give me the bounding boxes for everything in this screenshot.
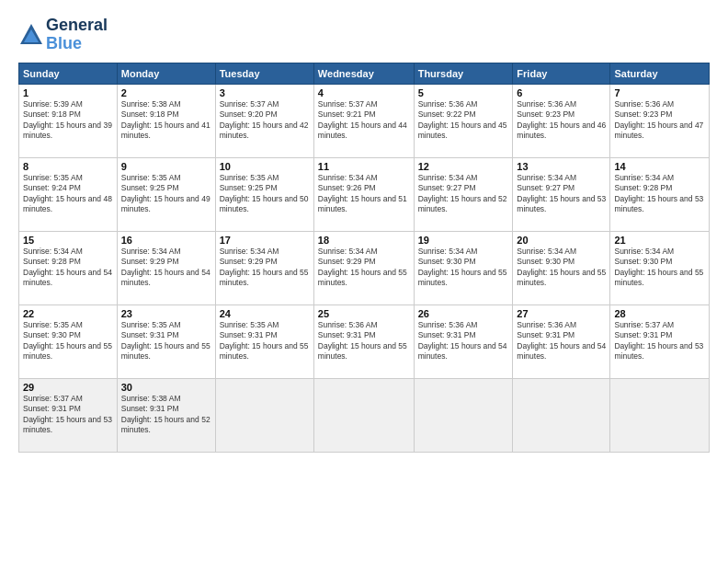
calendar-cell: 8Sunrise: 5:35 AM Sunset: 9:24 PM Daylig… xyxy=(19,157,118,231)
calendar-cell: 25Sunrise: 5:36 AM Sunset: 9:31 PM Dayli… xyxy=(313,304,414,378)
calendar-cell: 10Sunrise: 5:35 AM Sunset: 9:25 PM Dayli… xyxy=(215,157,313,231)
calendar-cell: 26Sunrise: 5:36 AM Sunset: 9:31 PM Dayli… xyxy=(414,304,513,378)
day-number: 7 xyxy=(614,87,705,98)
day-number: 8 xyxy=(23,161,113,172)
day-number: 15 xyxy=(23,235,113,246)
calendar-cell: 2Sunrise: 5:38 AM Sunset: 9:18 PM Daylig… xyxy=(117,84,215,157)
day-info: Sunrise: 5:37 AM Sunset: 9:20 PM Dayligh… xyxy=(220,99,310,142)
calendar-cell: 22Sunrise: 5:35 AM Sunset: 9:30 PM Dayli… xyxy=(19,304,118,378)
day-info: Sunrise: 5:38 AM Sunset: 9:18 PM Dayligh… xyxy=(121,99,211,142)
day-number: 22 xyxy=(23,308,113,319)
day-number: 12 xyxy=(418,161,509,172)
day-info: Sunrise: 5:36 AM Sunset: 9:23 PM Dayligh… xyxy=(614,99,705,142)
day-number: 21 xyxy=(614,235,705,246)
calendar-cell: 17Sunrise: 5:34 AM Sunset: 9:29 PM Dayli… xyxy=(215,231,313,304)
day-number: 3 xyxy=(220,87,310,98)
day-info: Sunrise: 5:36 AM Sunset: 9:31 PM Dayligh… xyxy=(517,320,606,362)
weekday-header-thursday: Thursday xyxy=(414,63,513,84)
day-number: 26 xyxy=(418,308,509,319)
calendar-cell xyxy=(313,378,414,452)
day-info: Sunrise: 5:35 AM Sunset: 9:25 PM Dayligh… xyxy=(220,173,310,215)
weekday-header-wednesday: Wednesday xyxy=(313,63,414,84)
day-info: Sunrise: 5:36 AM Sunset: 9:22 PM Dayligh… xyxy=(418,99,509,142)
day-info: Sunrise: 5:35 AM Sunset: 9:31 PM Dayligh… xyxy=(121,320,211,362)
day-info: Sunrise: 5:34 AM Sunset: 9:29 PM Dayligh… xyxy=(220,247,310,289)
weekday-header-tuesday: Tuesday xyxy=(215,63,313,84)
day-info: Sunrise: 5:35 AM Sunset: 9:30 PM Dayligh… xyxy=(23,320,113,362)
day-number: 25 xyxy=(318,308,410,319)
day-number: 28 xyxy=(614,308,705,319)
day-number: 11 xyxy=(318,161,410,172)
calendar-cell: 13Sunrise: 5:34 AM Sunset: 9:27 PM Dayli… xyxy=(513,157,610,231)
day-number: 18 xyxy=(318,235,410,246)
calendar-cell: 30Sunrise: 5:38 AM Sunset: 9:31 PM Dayli… xyxy=(117,378,215,452)
day-info: Sunrise: 5:38 AM Sunset: 9:31 PM Dayligh… xyxy=(121,394,211,436)
calendar-week-1: 1Sunrise: 5:39 AM Sunset: 9:18 PM Daylig… xyxy=(19,84,710,157)
calendar-cell: 9Sunrise: 5:35 AM Sunset: 9:25 PM Daylig… xyxy=(117,157,215,231)
header: General Blue xyxy=(18,17,710,53)
day-info: Sunrise: 5:34 AM Sunset: 9:26 PM Dayligh… xyxy=(318,173,410,215)
day-info: Sunrise: 5:34 AM Sunset: 9:27 PM Dayligh… xyxy=(418,173,509,215)
day-number: 23 xyxy=(121,308,211,319)
day-info: Sunrise: 5:34 AM Sunset: 9:29 PM Dayligh… xyxy=(318,247,410,289)
calendar-cell: 20Sunrise: 5:34 AM Sunset: 9:30 PM Dayli… xyxy=(513,231,610,304)
logo-icon xyxy=(18,22,44,48)
calendar-week-2: 8Sunrise: 5:35 AM Sunset: 9:24 PM Daylig… xyxy=(19,157,710,231)
day-info: Sunrise: 5:34 AM Sunset: 9:28 PM Dayligh… xyxy=(614,173,705,215)
calendar-cell: 18Sunrise: 5:34 AM Sunset: 9:29 PM Dayli… xyxy=(313,231,414,304)
calendar-cell xyxy=(414,378,513,452)
day-number: 4 xyxy=(318,87,410,98)
weekday-header-friday: Friday xyxy=(513,63,610,84)
day-number: 14 xyxy=(614,161,705,172)
day-number: 10 xyxy=(220,161,310,172)
calendar-week-4: 22Sunrise: 5:35 AM Sunset: 9:30 PM Dayli… xyxy=(19,304,710,378)
calendar-cell xyxy=(610,378,710,452)
day-number: 6 xyxy=(517,87,606,98)
calendar-cell: 7Sunrise: 5:36 AM Sunset: 9:23 PM Daylig… xyxy=(610,84,710,157)
day-number: 29 xyxy=(23,382,113,393)
calendar-cell: 16Sunrise: 5:34 AM Sunset: 9:29 PM Dayli… xyxy=(117,231,215,304)
day-info: Sunrise: 5:39 AM Sunset: 9:18 PM Dayligh… xyxy=(23,99,113,142)
calendar-cell: 3Sunrise: 5:37 AM Sunset: 9:20 PM Daylig… xyxy=(215,84,313,157)
day-number: 17 xyxy=(220,235,310,246)
day-number: 5 xyxy=(418,87,509,98)
calendar-cell: 27Sunrise: 5:36 AM Sunset: 9:31 PM Dayli… xyxy=(513,304,610,378)
day-number: 2 xyxy=(121,87,211,98)
calendar-week-5: 29Sunrise: 5:37 AM Sunset: 9:31 PM Dayli… xyxy=(19,378,710,452)
calendar-cell: 15Sunrise: 5:34 AM Sunset: 9:28 PM Dayli… xyxy=(19,231,118,304)
day-info: Sunrise: 5:35 AM Sunset: 9:25 PM Dayligh… xyxy=(121,173,211,215)
weekday-header-sunday: Sunday xyxy=(19,63,118,84)
calendar-cell: 11Sunrise: 5:34 AM Sunset: 9:26 PM Dayli… xyxy=(313,157,414,231)
day-info: Sunrise: 5:34 AM Sunset: 9:30 PM Dayligh… xyxy=(418,247,509,289)
day-info: Sunrise: 5:36 AM Sunset: 9:23 PM Dayligh… xyxy=(517,99,606,142)
day-number: 27 xyxy=(517,308,606,319)
day-number: 16 xyxy=(121,235,211,246)
calendar-cell xyxy=(513,378,610,452)
calendar-cell: 28Sunrise: 5:37 AM Sunset: 9:31 PM Dayli… xyxy=(610,304,710,378)
day-info: Sunrise: 5:37 AM Sunset: 9:21 PM Dayligh… xyxy=(318,99,410,142)
calendar-cell: 6Sunrise: 5:36 AM Sunset: 9:23 PM Daylig… xyxy=(513,84,610,157)
day-number: 30 xyxy=(121,382,211,393)
logo-text: General Blue xyxy=(46,17,108,53)
day-info: Sunrise: 5:35 AM Sunset: 9:24 PM Dayligh… xyxy=(23,173,113,215)
calendar-cell xyxy=(215,378,313,452)
day-info: Sunrise: 5:37 AM Sunset: 9:31 PM Dayligh… xyxy=(614,320,705,362)
day-number: 24 xyxy=(220,308,310,319)
day-info: Sunrise: 5:34 AM Sunset: 9:29 PM Dayligh… xyxy=(121,247,211,289)
calendar-week-3: 15Sunrise: 5:34 AM Sunset: 9:28 PM Dayli… xyxy=(19,231,710,304)
calendar-cell: 19Sunrise: 5:34 AM Sunset: 9:30 PM Dayli… xyxy=(414,231,513,304)
day-info: Sunrise: 5:35 AM Sunset: 9:31 PM Dayligh… xyxy=(220,320,310,362)
day-number: 1 xyxy=(23,87,113,98)
day-info: Sunrise: 5:34 AM Sunset: 9:28 PM Dayligh… xyxy=(23,247,113,289)
day-info: Sunrise: 5:36 AM Sunset: 9:31 PM Dayligh… xyxy=(318,320,410,362)
calendar-cell: 23Sunrise: 5:35 AM Sunset: 9:31 PM Dayli… xyxy=(117,304,215,378)
calendar-cell: 29Sunrise: 5:37 AM Sunset: 9:31 PM Dayli… xyxy=(19,378,118,452)
day-number: 9 xyxy=(121,161,211,172)
day-info: Sunrise: 5:36 AM Sunset: 9:31 PM Dayligh… xyxy=(418,320,509,362)
calendar-table: SundayMondayTuesdayWednesdayThursdayFrid… xyxy=(18,63,710,453)
day-number: 13 xyxy=(517,161,606,172)
day-info: Sunrise: 5:34 AM Sunset: 9:30 PM Dayligh… xyxy=(517,247,606,289)
calendar-cell: 14Sunrise: 5:34 AM Sunset: 9:28 PM Dayli… xyxy=(610,157,710,231)
calendar-cell: 24Sunrise: 5:35 AM Sunset: 9:31 PM Dayli… xyxy=(215,304,313,378)
calendar-cell: 1Sunrise: 5:39 AM Sunset: 9:18 PM Daylig… xyxy=(19,84,118,157)
